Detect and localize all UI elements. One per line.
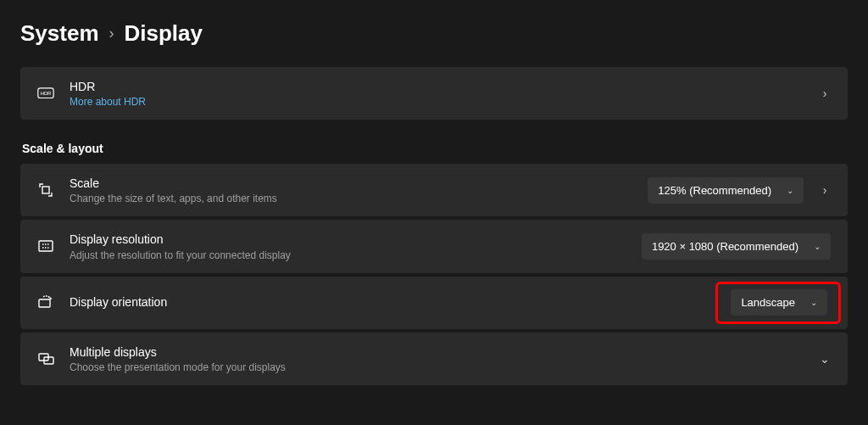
chevron-right-icon: › [109, 25, 114, 42]
multiple-displays-icon [37, 350, 54, 367]
resolution-dropdown[interactable]: 1920 × 1080 (Recommended) ⌄ [642, 233, 831, 260]
breadcrumb-parent[interactable]: System [20, 20, 99, 47]
svg-rect-4 [39, 299, 50, 307]
scale-title: Scale [70, 176, 648, 191]
chevron-down-icon: ⌄ [810, 298, 817, 307]
svg-rect-3 [39, 241, 53, 251]
resolution-value: 1920 × 1080 (Recommended) [652, 240, 798, 253]
resolution-row[interactable]: Display resolution Adjust the resolution… [20, 220, 848, 272]
page-title: Display [125, 20, 203, 47]
hdr-icon: HDR [37, 85, 54, 102]
chevron-down-icon: ⌄ [787, 186, 793, 195]
scale-row[interactable]: Scale Change the size of text, apps, and… [20, 164, 848, 216]
chevron-down-icon: ⌄ [814, 242, 821, 251]
chevron-down-icon: ⌄ [819, 352, 831, 366]
resolution-icon [37, 238, 54, 254]
scale-dropdown[interactable]: 125% (Recommended) ⌄ [648, 177, 804, 204]
chevron-right-icon: › [819, 87, 831, 100]
orientation-row[interactable]: Display orientation Landscape ⌄ [20, 277, 848, 329]
chevron-right-icon: › [819, 183, 831, 197]
scale-value: 125% (Recommended) [658, 184, 771, 197]
resolution-sub: Adjust the resolution to fit your connec… [70, 249, 642, 261]
multiple-sub: Choose the presentation mode for your di… [70, 361, 804, 373]
orientation-title: Display orientation [70, 294, 731, 310]
section-scale-layout: Scale & layout [22, 142, 848, 155]
orientation-value: Landscape [741, 296, 795, 309]
scale-icon [37, 182, 54, 199]
hdr-title: HDR [70, 79, 804, 94]
scale-sub: Change the size of text, apps, and other… [70, 193, 648, 204]
multiple-displays-row[interactable]: Multiple displays Choose the presentatio… [20, 333, 848, 385]
multiple-title: Multiple displays [70, 344, 804, 360]
svg-text:HDR: HDR [41, 92, 52, 97]
hdr-row[interactable]: HDR HDR More about HDR › [20, 67, 848, 120]
breadcrumb: System › Display [20, 20, 848, 47]
resolution-title: Display resolution [70, 232, 642, 247]
orientation-dropdown[interactable]: Landscape ⌄ [731, 289, 827, 316]
svg-rect-2 [42, 187, 49, 193]
orientation-icon [37, 294, 54, 311]
hdr-more-link[interactable]: More about HDR [70, 96, 804, 108]
